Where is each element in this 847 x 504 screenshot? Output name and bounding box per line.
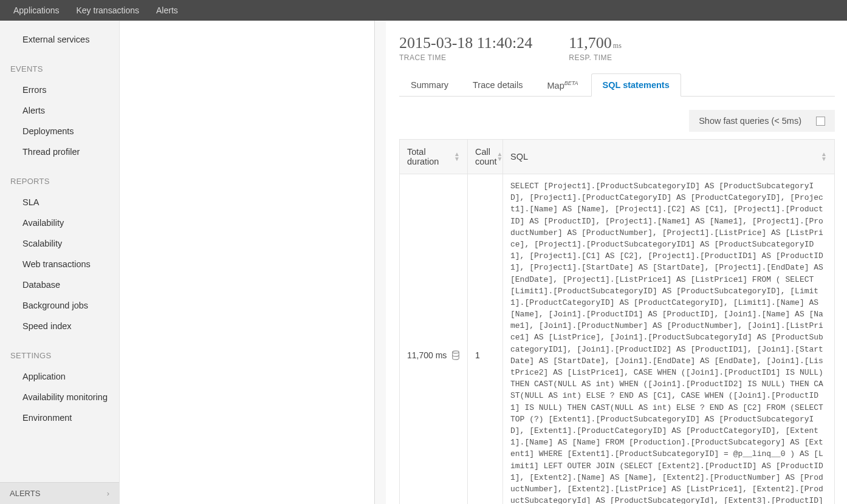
- sidebar-section-reports: REPORTS: [0, 162, 119, 192]
- sidebar: External services EVENTS Errors Alerts D…: [0, 21, 120, 504]
- show-fast-queries-toggle[interactable]: Show fast queries (< 5ms): [689, 110, 835, 132]
- sidebar-alerts-panel-toggle[interactable]: ALERTS ›: [0, 482, 119, 504]
- sort-icon: ▲▼: [821, 152, 827, 162]
- sidebar-item-database[interactable]: Database: [0, 274, 119, 295]
- topnav-alerts[interactable]: Alerts: [148, 0, 187, 21]
- trace-tabs: Summary Trace details MapBETA SQL statem…: [399, 73, 835, 97]
- sql-table: Total duration ▲▼ Call count ▲▼ SQL ▲▼ 1…: [399, 139, 835, 504]
- trace-time-label: TRACE TIME: [399, 53, 532, 62]
- sort-icon: ▲▼: [496, 152, 502, 162]
- alerts-footer-label: ALERTS: [10, 489, 40, 498]
- middle-panel: [120, 21, 375, 504]
- topnav-key-transactions[interactable]: Key transactions: [68, 0, 148, 21]
- sort-icon: ▲▼: [454, 152, 460, 162]
- sidebar-item-scalability[interactable]: Scalability: [0, 233, 119, 254]
- sidebar-item-environment[interactable]: Environment: [0, 407, 119, 428]
- trace-detail-panel: 2015-03-18 11:40:24 TRACE TIME 11,700ms …: [375, 21, 847, 504]
- cell-duration: 11,700 ms: [400, 174, 468, 504]
- top-nav: Applications Key transactions Alerts: [0, 0, 847, 21]
- trace-time-metric: 2015-03-18 11:40:24 TRACE TIME: [399, 34, 532, 62]
- topnav-applications[interactable]: Applications: [5, 0, 68, 21]
- tab-summary[interactable]: Summary: [399, 73, 460, 97]
- sidebar-item-external-services[interactable]: External services: [0, 29, 119, 50]
- sidebar-item-application[interactable]: Application: [0, 366, 119, 387]
- sidebar-item-background-jobs[interactable]: Background jobs: [0, 295, 119, 316]
- col-sql[interactable]: SQL ▲▼: [503, 140, 834, 174]
- svg-point-0: [453, 351, 459, 353]
- resp-time-label: RESP. TIME: [569, 53, 622, 62]
- sidebar-item-alerts[interactable]: Alerts: [0, 100, 119, 121]
- table-row: 11,700 ms 1 SELECT [Project1].[ProductSu…: [400, 174, 834, 504]
- beta-badge: BETA: [564, 80, 578, 86]
- tab-map[interactable]: MapBETA: [536, 73, 590, 97]
- tab-sql-statements[interactable]: SQL statements: [591, 73, 681, 97]
- resp-time-metric: 11,700ms RESP. TIME: [569, 34, 622, 62]
- sidebar-item-speed-index[interactable]: Speed index: [0, 316, 119, 336]
- col-total-duration[interactable]: Total duration ▲▼: [400, 140, 468, 174]
- cell-count: 1: [468, 174, 503, 504]
- sidebar-section-settings: SETTINGS: [0, 336, 119, 366]
- col-call-count[interactable]: Call count ▲▼: [468, 140, 503, 174]
- sidebar-item-availability-monitoring[interactable]: Availability monitoring: [0, 387, 119, 407]
- fast-queries-label: Show fast queries (< 5ms): [699, 116, 801, 126]
- chevron-right-icon: ›: [107, 489, 109, 498]
- sql-table-header: Total duration ▲▼ Call count ▲▼ SQL ▲▼: [400, 139, 834, 174]
- sidebar-item-errors[interactable]: Errors: [0, 80, 119, 100]
- sidebar-item-availability[interactable]: Availability: [0, 213, 119, 233]
- cell-sql: SELECT [Project1].[ProductSubcategoryID]…: [503, 174, 834, 504]
- trace-time-value: 2015-03-18 11:40:24: [399, 34, 532, 52]
- sidebar-item-web-transactions[interactable]: Web transactions: [0, 254, 119, 274]
- sidebar-section-events: EVENTS: [0, 50, 119, 80]
- tab-trace-details[interactable]: Trace details: [461, 73, 534, 97]
- sql-statement-text: SELECT [Project1].[ProductSubcategoryID]…: [510, 182, 828, 504]
- sidebar-item-deployments[interactable]: Deployments: [0, 121, 119, 141]
- database-icon: [451, 350, 460, 360]
- resp-time-value: 11,700ms: [569, 34, 622, 52]
- sidebar-item-sla[interactable]: SLA: [0, 192, 119, 213]
- sidebar-item-thread-profiler[interactable]: Thread profiler: [0, 141, 119, 162]
- fast-queries-checkbox[interactable]: [816, 117, 825, 126]
